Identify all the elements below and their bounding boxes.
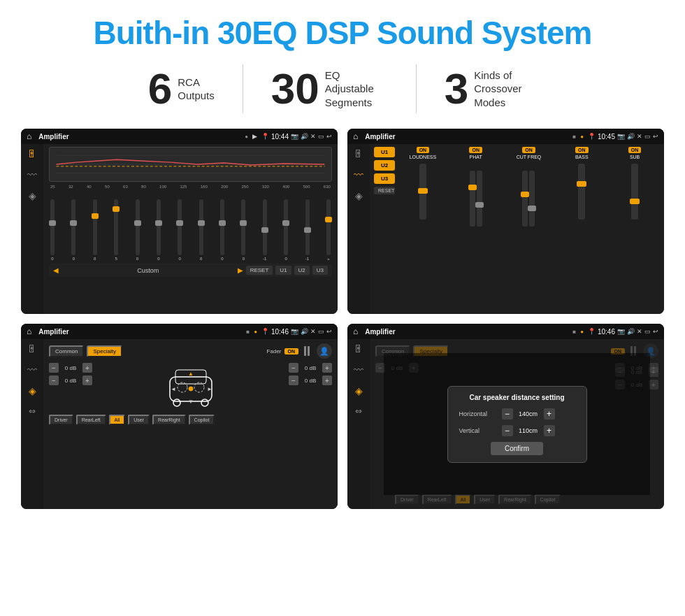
freq-125: 125 [180, 185, 187, 189]
eq-slider-track-2[interactable] [71, 199, 75, 255]
dialog-back-icon[interactable]: ↩ [653, 328, 658, 335]
fader-rearright-btn[interactable]: RearRight [152, 415, 186, 425]
dialog-home-icon[interactable]: ⌂ [353, 327, 358, 336]
stat-crossover-label: Kinds ofCrossover Modes [474, 69, 537, 110]
dialog-horizontal-minus[interactable]: − [502, 408, 513, 420]
eq-back-icon[interactable]: ↩ [326, 133, 332, 140]
crossover-back-icon[interactable]: ↩ [653, 133, 658, 140]
eq-slider-track-10[interactable] [241, 199, 245, 255]
crossover-home-icon[interactable]: ⌂ [353, 131, 358, 141]
fader-db2-minus[interactable]: − [49, 375, 59, 385]
fader-common-tab[interactable]: Common [49, 345, 84, 357]
crossover-side-wave-icon[interactable]: 〰 [354, 169, 363, 180]
eq-slider-track-1[interactable] [50, 199, 55, 255]
eq-reset-btn[interactable]: RESET [246, 266, 273, 275]
fader-rearleft-btn[interactable]: RearLeft [76, 415, 106, 425]
crossover-loudness-slider[interactable] [419, 164, 426, 220]
eq-u2-btn[interactable]: U2 [294, 266, 310, 275]
crossover-sliders: ON LOUDNESS ON PHAT [398, 147, 660, 311]
crossover-sub-on[interactable]: ON [628, 147, 642, 153]
crossover-u3-btn[interactable]: U3 [374, 173, 395, 184]
crossover-u2-btn[interactable]: U2 [374, 160, 395, 171]
fader-db3-minus[interactable]: − [289, 363, 298, 373]
eq-u1-btn[interactable]: U1 [275, 266, 291, 275]
eq-u3-btn[interactable]: U3 [312, 266, 328, 275]
crossover-bass-on[interactable]: ON [575, 147, 589, 153]
fader-user-btn[interactable]: User [128, 415, 150, 425]
svg-text:►: ► [207, 386, 212, 392]
freq-500: 500 [303, 185, 310, 189]
eq-slider-track-9[interactable] [220, 199, 224, 255]
eq-next-icon[interactable]: ▶ [238, 266, 243, 274]
eq-side-speaker-icon[interactable]: ◈ [29, 190, 36, 201]
fader-camera-icon: 📷 [291, 328, 298, 335]
dialog-side-eq-icon[interactable]: 🎚 [354, 343, 363, 354]
eq-slider-6: 0 [157, 199, 161, 261]
eq-slider-track-12[interactable] [284, 199, 288, 255]
screen-dialog: ⌂ Amplifier ■ ● 📍 10:46 📷 🔊 ✕ ▭ ↩ 🎚 〰 [347, 324, 664, 509]
crossover-bass-title: BASS [575, 155, 589, 159]
fader-dot1: ■ [246, 329, 250, 335]
dialog-side-wave-icon[interactable]: 〰 [354, 364, 363, 375]
fader-driver-btn[interactable]: Driver [49, 415, 73, 425]
crossover-sub-col: ON SUB [610, 147, 660, 311]
dialog-bottom-buttons: Driver RearLeft All User RearRight Copil… [395, 494, 660, 505]
crossover-sub-title: SUB [630, 155, 640, 159]
dialog-vertical-plus[interactable]: + [544, 425, 555, 436]
fader-side-wave-icon[interactable]: 〰 [27, 364, 37, 375]
eq-slider-track-4[interactable] [114, 199, 118, 255]
dialog-side-expand-icon[interactable]: ⇔ [355, 406, 362, 416]
eq-home-icon[interactable]: ⌂ [27, 131, 31, 141]
eq-slider-track-14[interactable] [326, 199, 331, 255]
eq-slider-track-5[interactable] [136, 199, 140, 255]
eq-slider-track-8[interactable] [199, 199, 203, 255]
crossover-u1-btn[interactable]: U1 [374, 147, 395, 157]
crossover-side-eq-icon[interactable]: 🎚 [354, 148, 363, 159]
eq-slider-track-13[interactable] [305, 199, 310, 255]
fader-db3-plus[interactable]: + [322, 363, 332, 373]
eq-slider-track-11[interactable] [263, 199, 267, 255]
eq-side-wave-icon[interactable]: 〰 [27, 169, 37, 180]
crossover-phat-on[interactable]: ON [469, 147, 482, 153]
fader-on-badge[interactable]: ON [284, 348, 299, 354]
crossover-phat-col: ON PHAT [451, 147, 501, 311]
crossover-reset-btn[interactable]: RESET [374, 187, 395, 194]
dialog-camera-icon: 📷 [617, 328, 625, 335]
dialog-horizontal-plus[interactable]: + [544, 408, 555, 420]
eq-side-eq-icon[interactable]: 🎚 [27, 148, 37, 159]
dialog-horizontal-stepper: − 140cm + [502, 408, 555, 420]
fader-copilot-btn[interactable]: Copilot [189, 415, 215, 425]
dialog-side-speaker-icon[interactable]: ◈ [355, 385, 363, 396]
fader-side-speaker-icon[interactable]: ◈ [29, 385, 36, 396]
fader-panel: Common Specialty Fader ON 👤 [43, 339, 338, 509]
eq-slider-track-7[interactable] [178, 199, 182, 255]
fader-db1-plus[interactable]: + [82, 363, 92, 373]
dialog-vertical-minus[interactable]: − [502, 425, 513, 436]
crossover-sub-slider[interactable] [631, 164, 638, 220]
dialog-horizontal-label: Horizontal [459, 410, 498, 417]
fader-db4-minus[interactable]: − [289, 375, 298, 385]
fader-home-icon[interactable]: ⌂ [27, 327, 31, 336]
fader-db2-plus[interactable]: + [82, 375, 92, 385]
crossover-bass-slider[interactable] [578, 164, 585, 220]
fader-db-row-1: − 0 dB + [49, 363, 92, 373]
fader-side-eq-icon[interactable]: 🎚 [27, 343, 37, 354]
fader-all-btn[interactable]: All [109, 415, 126, 425]
fader-side-expand-icon[interactable]: ⇔ [29, 406, 36, 416]
crossover-cutfreq-on[interactable]: ON [522, 147, 535, 153]
fader-db1-minus[interactable]: − [49, 363, 59, 373]
dialog-confirm-button[interactable]: Confirm [491, 442, 543, 455]
fader-left-controls: − 0 dB + − 0 dB + [49, 363, 92, 412]
fader-back-icon[interactable]: ↩ [326, 328, 332, 335]
stat-crossover: 3 Kinds ofCrossover Modes [417, 67, 565, 110]
eq-prev-icon[interactable]: ◀ [53, 266, 59, 274]
dialog-status-icons: 📍 10:46 📷 🔊 ✕ ▭ ↩ [588, 328, 658, 336]
fader-specialty-tab[interactable]: Specialty [87, 345, 122, 357]
crossover-status-icons: 📍 10:45 📷 🔊 ✕ ▭ ↩ [588, 133, 658, 141]
crossover-side-speaker-icon[interactable]: ◈ [355, 190, 363, 201]
fader-db4-plus[interactable]: + [322, 375, 332, 385]
eq-slider-track-3[interactable] [93, 199, 97, 255]
fader-status-bar: ⌂ Amplifier ■ ● 📍 10:46 📷 🔊 ✕ ▭ ↩ [21, 324, 338, 339]
crossover-loudness-on[interactable]: ON [417, 147, 430, 153]
eq-slider-track-6[interactable] [157, 199, 161, 255]
